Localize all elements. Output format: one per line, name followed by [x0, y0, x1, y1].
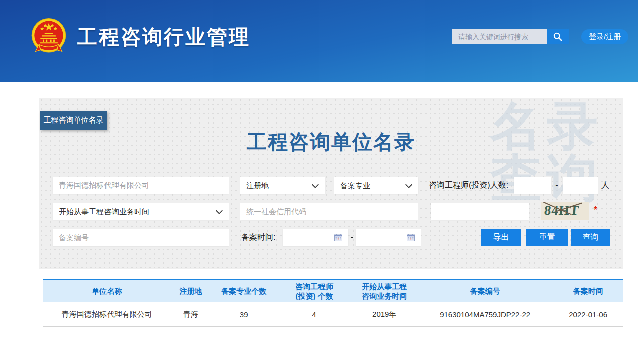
cell-consultant-count: 4	[276, 302, 352, 326]
col-header-registration-place: 注册地	[171, 280, 211, 302]
record-time-label: 备案时间:	[241, 229, 275, 246]
record-time-to-input[interactable]	[356, 229, 421, 246]
query-button[interactable]: 查询	[571, 229, 610, 246]
cell-record-time: 2022-01-06	[553, 302, 623, 326]
start-business-time-select[interactable]: 开始从事工程咨询业务时间	[53, 203, 229, 220]
date-range-separator: -	[348, 229, 356, 246]
table-header-row: 单位名称 注册地 备案专业个数 咨询工程师(投资) 个数 开始从事工程咨询业务时…	[43, 280, 623, 302]
col-header-record-time: 备案时间	[553, 280, 623, 302]
results-table: 单位名称 注册地 备案专业个数 咨询工程师(投资) 个数 开始从事工程咨询业务时…	[43, 279, 623, 327]
consultant-count-max-input[interactable]	[563, 177, 598, 194]
filter-form: 注册地 备案专业 咨询工程师(投资)人数: - 人 开始从事工程咨询业务时间	[39, 98, 623, 269]
cell-specialty-count: 39	[211, 302, 277, 326]
record-time-from-wrap	[283, 229, 348, 246]
table-row[interactable]: 青海国德招标代理有限公司 青海 39 4 2019年 91630104MA759…	[43, 302, 623, 327]
consultant-count-unit: 人	[601, 177, 609, 194]
site-title: 工程咨询行业管理	[77, 23, 250, 51]
registration-place-select-wrap: 注册地	[240, 177, 325, 194]
col-header-record-number: 备案编号	[417, 280, 553, 302]
login-register-button[interactable]: 登录/注册	[581, 29, 628, 44]
cell-record-number: 91630104MA759JDP22-22	[417, 302, 553, 326]
col-header-consultant-count: 咨询工程师(投资) 个数	[276, 280, 352, 302]
site-header: 工程咨询行业管理 登录/注册	[0, 0, 638, 82]
col-header-specialty-count: 备案专业个数	[211, 280, 277, 302]
export-button[interactable]: 导出	[481, 229, 521, 246]
company-name-input[interactable]	[53, 177, 229, 194]
consultant-count-label: 咨询工程师(投资)人数:	[429, 177, 508, 194]
page: 工程咨询行业管理 登录/注册 名录 查询 工程咨询单位名录 工程咨询单位名录	[0, 0, 638, 364]
reset-button[interactable]: 重置	[526, 229, 568, 246]
required-mark: *	[594, 205, 597, 215]
col-header-unit-name: 单位名称	[43, 280, 171, 302]
captcha-input[interactable]	[431, 203, 529, 220]
cell-start-time: 2019年	[352, 302, 417, 326]
registration-place-select[interactable]: 注册地	[240, 177, 325, 194]
cell-unit-name: 青海国德招标代理有限公司	[43, 302, 171, 326]
record-specialty-select[interactable]: 备案专业	[334, 177, 418, 194]
national-emblem-logo	[31, 17, 66, 56]
record-number-input[interactable]	[53, 229, 229, 246]
record-specialty-select-wrap: 备案专业	[334, 177, 418, 194]
col-header-start-time: 开始从事工程咨询业务时间	[352, 280, 417, 302]
magnifier-icon	[553, 32, 563, 42]
search-button[interactable]	[547, 29, 569, 44]
record-time-from-input[interactable]	[283, 229, 348, 246]
range-separator: -	[553, 177, 561, 194]
start-business-time-select-wrap: 开始从事工程咨询业务时间	[53, 203, 229, 220]
directory-panel: 名录 查询 工程咨询单位名录 工程咨询单位名录 注册地 备案专业 咨询工程师(投…	[39, 98, 623, 269]
captcha-image[interactable]: 84HT	[541, 202, 589, 220]
keyword-search-input[interactable]	[452, 29, 547, 44]
credit-code-input[interactable]	[240, 203, 418, 220]
record-time-to-wrap	[356, 229, 421, 246]
cell-registration-place: 青海	[171, 302, 211, 326]
consultant-count-min-input[interactable]	[514, 177, 551, 194]
